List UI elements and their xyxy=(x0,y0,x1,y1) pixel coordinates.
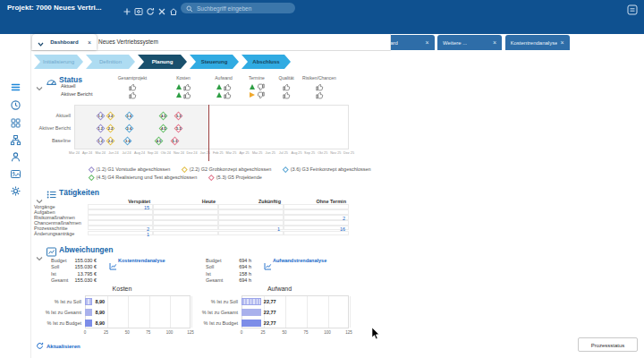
milestone-value: 1.2 xyxy=(95,114,106,118)
project-name: Neues Vertriebssystem xyxy=(98,38,158,45)
status-row-label: Aktiver Bericht xyxy=(61,91,92,97)
gridline xyxy=(170,296,171,328)
refresh-icon[interactable] xyxy=(146,4,155,13)
milestone-marker[interactable]: 2.2 xyxy=(106,110,116,121)
bar xyxy=(242,298,261,305)
deviation-kv-value: 155.030 € xyxy=(52,277,97,283)
reports-icon[interactable] xyxy=(10,167,21,179)
tab-close-icon[interactable]: × xyxy=(88,39,91,46)
legend-diamond-icon xyxy=(283,166,288,172)
legend-label: (2.2) G2 Grobkonzept abgeschlossen xyxy=(190,166,271,172)
milestone-marker[interactable]: 5.3 xyxy=(169,135,180,146)
phase-planung[interactable]: Planung xyxy=(138,55,187,69)
legend-item: (4.5) G4 Realisierung und Test abgeschlo… xyxy=(89,175,197,180)
plus-icon[interactable] xyxy=(123,4,131,13)
activities-cell[interactable]: 1 xyxy=(88,231,153,236)
deviation-kv-value: 694 h xyxy=(207,264,251,269)
snapshot-icon[interactable] xyxy=(134,4,143,13)
activities-cell[interactable] xyxy=(153,231,218,236)
milestone-marker[interactable]: 3.6 xyxy=(123,135,133,146)
deviations-collapse-icon[interactable] xyxy=(36,249,43,254)
bar-value-label: 8,90 xyxy=(95,299,105,304)
aufwandstrendanalyse-link[interactable]: Aufwandstrendanalyse xyxy=(273,258,326,263)
milestone-marker[interactable]: 4.5 xyxy=(158,123,169,133)
tab-weitere[interactable]: Weitere ...× xyxy=(437,35,502,50)
axis-tick-label: 125 xyxy=(183,330,198,335)
thumb-up-icon[interactable] xyxy=(129,87,137,103)
history-icon[interactable] xyxy=(10,98,21,110)
milestone-marker[interactable]: 3.6 xyxy=(123,123,134,133)
activities-row-label: Änderungsanträge xyxy=(34,231,74,236)
milestone-marker[interactable]: 2.2 xyxy=(106,135,116,146)
refresh-button[interactable]: Aktualisieren xyxy=(36,342,80,350)
milestone-marker[interactable]: 1.2 xyxy=(95,135,106,146)
milestone-value: 2.2 xyxy=(106,126,116,131)
phase-definition[interactable]: Definition xyxy=(86,55,135,69)
menu-icon[interactable] xyxy=(10,81,21,92)
thumb-up-icon[interactable] xyxy=(224,87,232,103)
bar-row-label: % Ist zu Gesamt xyxy=(31,310,81,315)
panel-menu-icon[interactable] xyxy=(627,3,638,13)
bar-chart-title: Aufwand xyxy=(210,286,349,292)
deviation-kv-value: 694 h xyxy=(207,258,251,263)
bar-value-label: 22,77 xyxy=(264,320,276,326)
phase-initialisierung[interactable]: Initialisierung xyxy=(34,55,83,69)
tab-close-icon[interactable]: × xyxy=(560,39,564,46)
activities-cell[interactable] xyxy=(284,231,349,236)
deviations-section-icon xyxy=(46,245,57,257)
legend-item: (2.2) G2 Grobkonzept abgeschlossen xyxy=(182,166,271,172)
gridline xyxy=(128,296,129,328)
home-icon[interactable] xyxy=(169,4,178,13)
milestone-marker[interactable]: 5.3 xyxy=(174,110,184,121)
phase-steuerung[interactable]: Steuerung xyxy=(190,55,239,69)
thumb-up-icon[interactable] xyxy=(316,87,324,103)
milestone-marker[interactable]: 2.2 xyxy=(106,123,116,133)
milestone-marker[interactable]: 4.5 xyxy=(158,110,169,121)
axis-tick-label: 0 xyxy=(234,330,249,335)
activities-collapse-icon[interactable] xyxy=(36,192,43,197)
gridline xyxy=(328,296,329,328)
milestone-marker[interactable]: 4.5 xyxy=(154,135,165,146)
timeline-legend-line: (4.5) G4 Realisierung und Test abgeschlo… xyxy=(89,175,262,180)
legend-diamond-icon xyxy=(208,175,214,180)
tab-close-icon[interactable]: × xyxy=(425,39,428,46)
activities-cell[interactable] xyxy=(218,231,284,236)
resources-icon[interactable] xyxy=(10,150,21,162)
tab-dashboard[interactable]: Dashboard× xyxy=(32,34,97,50)
milestone-value: 3.6 xyxy=(123,126,134,131)
bar-row-label: % Ist zu Budget xyxy=(188,320,238,326)
milestone-value: 5.3 xyxy=(174,114,184,118)
search-input[interactable]: Suchbegriff eingeben xyxy=(181,3,295,13)
kostentrendanalyse-link[interactable]: Kostentrendanalyse xyxy=(118,258,165,263)
timeline-row-label: Baseline xyxy=(17,138,71,143)
bar-value-label: 8,90 xyxy=(95,310,105,315)
milestone-value: 2.2 xyxy=(106,139,116,143)
thumb-up-icon[interactable] xyxy=(283,87,291,103)
status-collapse-icon[interactable] xyxy=(36,79,43,84)
milestone-marker[interactable]: 1.2 xyxy=(95,123,106,133)
legend-label: (1.2) G1 Vorstudie abgeschlossen xyxy=(97,166,171,172)
bar-value-label: 22,77 xyxy=(264,299,276,304)
deviations-section-title: Abweichungen xyxy=(59,245,113,254)
bar xyxy=(242,320,261,327)
gridline xyxy=(307,296,308,328)
timeline-legend-line: (1.2) G1 Vorstudie abgeschlossen(2.2) G2… xyxy=(89,166,371,172)
close-icon[interactable] xyxy=(157,4,166,13)
mouse-cursor xyxy=(371,328,381,340)
settings-icon[interactable] xyxy=(10,184,21,196)
gridline xyxy=(285,296,286,328)
axis-tick-label: 75 xyxy=(141,330,156,335)
bar xyxy=(85,309,92,316)
chevron-down-icon[interactable] xyxy=(38,34,44,50)
tab-close-icon[interactable]: × xyxy=(493,39,496,46)
tab-kostentrendanalyse[interactable]: Kostentrendanalyse× xyxy=(505,35,570,50)
milestone-marker[interactable]: 5.3 xyxy=(174,123,184,133)
thumb-down-icon[interactable] xyxy=(257,87,265,103)
process-status-button[interactable]: Prozessstatus xyxy=(578,337,638,352)
phase-abschluss[interactable]: Abschluss xyxy=(242,55,291,69)
milestone-marker[interactable]: 3.6 xyxy=(123,110,134,121)
bar xyxy=(242,309,261,316)
milestone-marker[interactable]: 1.2 xyxy=(95,110,106,121)
thumb-up-icon[interactable] xyxy=(183,87,191,103)
trend-up-icon xyxy=(250,84,255,90)
